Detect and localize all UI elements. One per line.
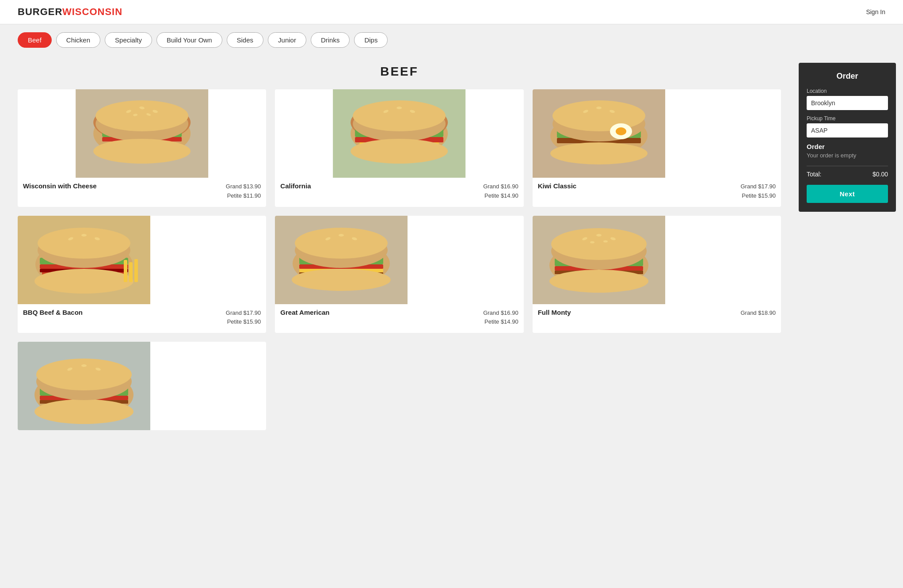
nav-build-your-own[interactable]: Build Your Own	[156, 32, 222, 48]
svg-rect-46	[129, 262, 133, 282]
svg-point-32	[596, 107, 602, 109]
menu-item-name: Wisconsin with Cheese	[23, 182, 226, 190]
pickup-time-input[interactable]	[807, 123, 888, 137]
menu-item-prices: Grand $18.90	[740, 309, 776, 318]
logo: BURGERWISCONSIN	[18, 6, 122, 18]
menu-item[interactable]: Wisconsin with Cheese Grand $13.90 Petit…	[18, 89, 266, 207]
svg-point-51	[81, 234, 87, 237]
order-sidebar: Order Location Pickup Time Order Your or…	[799, 63, 896, 212]
svg-point-59	[292, 269, 391, 291]
location-input[interactable]	[807, 96, 888, 110]
petite-price: Petite $15.90	[740, 191, 776, 201]
svg-point-36	[550, 142, 648, 164]
burger-image-7	[18, 342, 266, 430]
burger-image-5	[275, 216, 523, 304]
logo-wisconsin: WISCONSIN	[62, 6, 122, 17]
svg-point-87	[81, 364, 87, 367]
menu-item-info: Great American Grand $16.90 Petite $14.9…	[275, 304, 523, 333]
svg-point-6	[95, 100, 188, 131]
menu-item[interactable]: BBQ Beef & Bacon Grand $17.90 Petite $15…	[18, 216, 266, 333]
grand-price: Grand $18.90	[740, 309, 776, 318]
menu-item-name: Great American	[280, 309, 483, 316]
svg-point-83	[34, 399, 133, 424]
svg-point-12	[93, 139, 191, 164]
nav-chicken[interactable]: Chicken	[56, 32, 100, 48]
svg-point-61	[295, 228, 388, 259]
nav-drinks[interactable]: Drinks	[311, 32, 350, 48]
svg-point-22	[396, 107, 402, 109]
svg-point-85	[36, 359, 132, 390]
nav-specialty[interactable]: Specialty	[105, 32, 152, 48]
svg-point-70	[549, 270, 648, 293]
burger-image-3	[533, 89, 781, 178]
svg-point-30	[552, 100, 645, 131]
petite-price: Petite $14.90	[483, 317, 518, 327]
menu-item[interactable]: California Grand $16.90 Petite $14.90	[275, 89, 523, 207]
menu-item-prices: Grand $17.90 Petite $15.90	[740, 182, 776, 201]
nav-bar: Beef Chicken Specialty Build Your Own Si…	[0, 24, 903, 56]
menu-item-prices: Grand $17.90 Petite $15.90	[226, 309, 261, 327]
header: BURGERWISCONSIN Sign In	[0, 0, 903, 24]
svg-point-35	[616, 127, 626, 135]
svg-point-76	[590, 241, 594, 243]
menu-item-prices: Grand $16.90 Petite $14.90	[483, 182, 518, 201]
menu-item[interactable]	[18, 342, 266, 430]
menu-item-info: Full Monty Grand $18.90	[533, 304, 781, 324]
menu-item[interactable]: Full Monty Grand $18.90	[533, 216, 781, 333]
order-panel-title: Order	[807, 72, 888, 81]
logo-burger: BURGER	[18, 6, 62, 17]
grand-price: Grand $17.90	[740, 182, 776, 191]
menu-item-name: California	[280, 182, 483, 190]
nav-beef[interactable]: Beef	[18, 32, 52, 48]
svg-point-77	[603, 240, 608, 242]
menu-item-info: Kiwi Classic Grand $17.90 Petite $15.90	[533, 178, 781, 207]
menu-item-info: Wisconsin with Cheese Grand $13.90 Petit…	[18, 178, 266, 207]
grand-price: Grand $17.90	[226, 309, 261, 318]
svg-point-44	[34, 269, 133, 294]
petite-price: Petite $11.90	[226, 191, 261, 201]
menu-item-info: California Grand $16.90 Petite $14.90	[275, 178, 523, 207]
svg-point-72	[551, 228, 647, 260]
menu-item[interactable]: Great American Grand $16.90 Petite $14.9…	[275, 216, 523, 333]
total-label: Total:	[807, 171, 821, 178]
svg-point-49	[38, 228, 130, 259]
main-layout: BEEF	[0, 56, 903, 457]
burger-image-1	[18, 89, 266, 178]
grand-price: Grand $13.90	[226, 182, 261, 191]
svg-point-20	[353, 100, 446, 131]
svg-point-63	[339, 234, 344, 237]
order-empty-message: Your order is empty	[807, 152, 888, 159]
pickup-time-label: Pickup Time	[807, 115, 888, 122]
order-total-row: Total: $0.00	[807, 166, 888, 178]
grand-price: Grand $16.90	[483, 309, 518, 318]
petite-price: Petite $14.90	[483, 191, 518, 201]
section-title: BEEF	[18, 65, 781, 79]
menu-item-name: Full Monty	[538, 309, 741, 316]
nav-junior[interactable]: Junior	[268, 32, 306, 48]
next-button[interactable]: Next	[807, 185, 888, 203]
burger-image-6	[533, 216, 781, 304]
menu-item-name: Kiwi Classic	[538, 182, 741, 190]
location-label: Location	[807, 88, 888, 94]
burger-image-2	[275, 89, 523, 178]
svg-point-74	[596, 234, 602, 237]
menu-item-name: BBQ Beef & Bacon	[23, 309, 226, 316]
svg-rect-47	[134, 259, 138, 282]
menu-item[interactable]: Kiwi Classic Grand $17.90 Petite $15.90	[533, 89, 781, 207]
menu-item-prices: Grand $13.90 Petite $11.90	[226, 182, 261, 201]
grand-price: Grand $16.90	[483, 182, 518, 191]
content-area: BEEF	[0, 56, 799, 439]
nav-sides[interactable]: Sides	[227, 32, 264, 48]
svg-point-24	[351, 139, 448, 164]
menu-item-info: BBQ Beef & Bacon Grand $17.90 Petite $15…	[18, 304, 266, 333]
total-value: $0.00	[873, 171, 888, 178]
menu-item-prices: Grand $16.90 Petite $14.90	[483, 309, 518, 327]
burger-image-4	[18, 216, 266, 304]
menu-grid: Wisconsin with Cheese Grand $13.90 Petit…	[18, 89, 781, 430]
svg-rect-45	[124, 260, 127, 282]
sign-in-button[interactable]: Sign In	[866, 8, 885, 15]
petite-price: Petite $15.90	[226, 317, 261, 327]
order-section-title: Order	[807, 143, 888, 150]
nav-dips[interactable]: Dips	[354, 32, 388, 48]
